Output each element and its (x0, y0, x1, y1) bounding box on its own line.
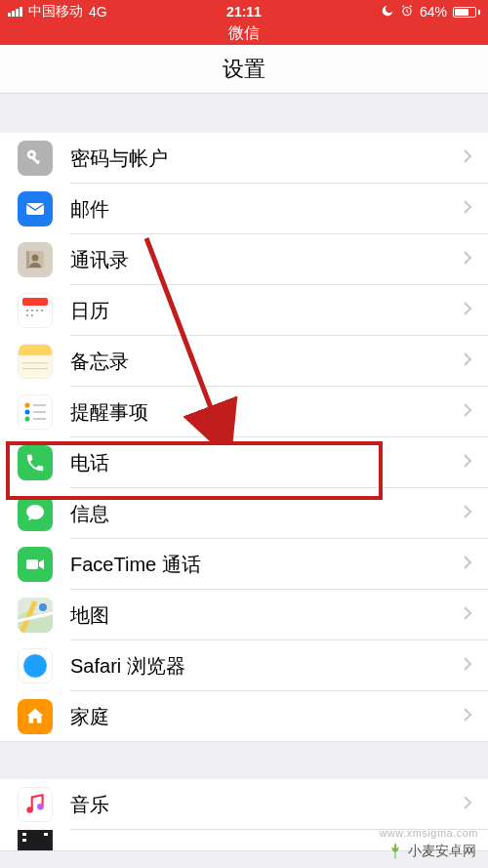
calendar-icon (18, 293, 53, 328)
status-left: 中国移动 4G (8, 3, 107, 21)
row-reminders[interactable]: 提醒事项 (0, 387, 488, 437)
row-music[interactable]: 音乐 (0, 779, 488, 830)
battery-icon (453, 7, 480, 18)
watermark-url: www.xmsigma.com (379, 827, 478, 839)
row-label: 信息 (70, 501, 463, 527)
chevron-right-icon (463, 504, 472, 523)
facetime-icon (18, 547, 53, 582)
row-safari[interactable]: Safari 浏览器 (0, 641, 488, 691)
row-label: 提醒事项 (70, 399, 463, 426)
chevron-right-icon (463, 250, 472, 269)
clock: 21:11 (226, 4, 262, 20)
svg-point-21 (25, 403, 30, 408)
notes-icon (18, 344, 53, 379)
svg-point-14 (41, 310, 43, 311)
group-gap (0, 94, 488, 133)
svg-point-13 (36, 310, 38, 311)
group-gap (0, 742, 488, 779)
svg-point-11 (26, 310, 28, 311)
chevron-right-icon (463, 402, 472, 422)
alarm-icon (400, 4, 414, 21)
svg-point-16 (31, 314, 33, 316)
videos-icon (18, 830, 53, 851)
svg-rect-39 (44, 833, 48, 836)
row-label: 地图 (70, 602, 463, 629)
row-passwords[interactable]: 密码与帐户 (0, 133, 488, 184)
svg-rect-38 (22, 839, 26, 842)
contacts-icon (18, 242, 53, 277)
row-label: 备忘录 (70, 349, 463, 375)
row-label: Safari 浏览器 (70, 653, 463, 680)
chevron-right-icon (463, 199, 472, 219)
app-title-bar: 微信 (0, 23, 488, 45)
row-notes[interactable]: 备忘录 (0, 336, 488, 387)
status-bar: 中国移动 4G 21:11 64% (0, 0, 488, 23)
row-label: FaceTime 通话 (70, 552, 463, 578)
chevron-right-icon (463, 351, 472, 371)
svg-rect-8 (26, 251, 29, 269)
row-label: 日历 (70, 298, 463, 324)
watermark-text: 小麦安卓网 (408, 843, 476, 860)
wheat-icon (386, 843, 404, 860)
app-title: 微信 (228, 24, 260, 41)
svg-rect-9 (22, 298, 48, 306)
home-icon (18, 699, 53, 734)
svg-point-35 (37, 804, 43, 810)
svg-point-12 (31, 310, 33, 311)
signal-bars-icon (8, 7, 22, 17)
svg-point-2 (30, 153, 34, 157)
row-label: 密码与帐户 (70, 145, 463, 172)
svg-rect-27 (26, 559, 38, 569)
page-header: 设置 (0, 45, 488, 94)
row-label: 家庭 (70, 704, 463, 730)
svg-point-15 (26, 314, 28, 316)
mail-icon (18, 191, 53, 227)
battery-pct: 64% (420, 4, 447, 20)
chevron-right-icon (463, 453, 472, 473)
svg-rect-5 (26, 203, 44, 215)
row-label: 通讯录 (70, 247, 463, 273)
row-contacts[interactable]: 通讯录 (0, 234, 488, 285)
row-mail[interactable]: 邮件 (0, 184, 488, 234)
moon-icon (381, 4, 394, 21)
music-icon (18, 787, 53, 822)
row-calendar[interactable]: 日历 (0, 285, 488, 336)
row-label: 邮件 (70, 196, 463, 223)
chevron-right-icon (463, 707, 472, 726)
page-title: 设置 (223, 55, 265, 84)
svg-point-29 (39, 603, 47, 611)
chevron-right-icon (463, 301, 472, 320)
row-phone[interactable]: 电话 (0, 437, 488, 488)
chevron-right-icon (463, 795, 472, 814)
row-label: 音乐 (70, 792, 463, 818)
settings-group-main: 密码与帐户 邮件 通讯录 日历 备忘录 提醒事项 (0, 133, 488, 742)
chevron-right-icon (463, 555, 472, 574)
safari-icon (18, 648, 53, 683)
svg-rect-17 (19, 345, 52, 355)
row-maps[interactable]: 地图 (0, 590, 488, 641)
network-type: 4G (89, 4, 107, 20)
row-messages[interactable]: 信息 (0, 488, 488, 539)
chevron-right-icon (463, 605, 472, 625)
svg-point-34 (26, 806, 32, 813)
maps-icon (18, 598, 53, 633)
row-facetime[interactable]: FaceTime 通话 (0, 539, 488, 590)
carrier-label: 中国移动 (28, 3, 83, 21)
chevron-right-icon (463, 656, 472, 676)
chevron-right-icon (463, 148, 472, 168)
messages-icon (18, 496, 53, 531)
key-icon (18, 141, 53, 176)
svg-rect-18 (19, 355, 52, 378)
watermark: 小麦安卓网 (381, 841, 482, 862)
row-label: 电话 (70, 450, 463, 476)
svg-point-22 (25, 410, 30, 415)
status-right: 64% (381, 4, 480, 21)
svg-rect-37 (22, 833, 26, 836)
svg-point-23 (25, 417, 30, 422)
svg-rect-10 (22, 306, 48, 323)
phone-icon (18, 445, 53, 480)
svg-point-7 (32, 255, 39, 262)
reminders-icon (18, 394, 53, 430)
row-home[interactable]: 家庭 (0, 691, 488, 742)
